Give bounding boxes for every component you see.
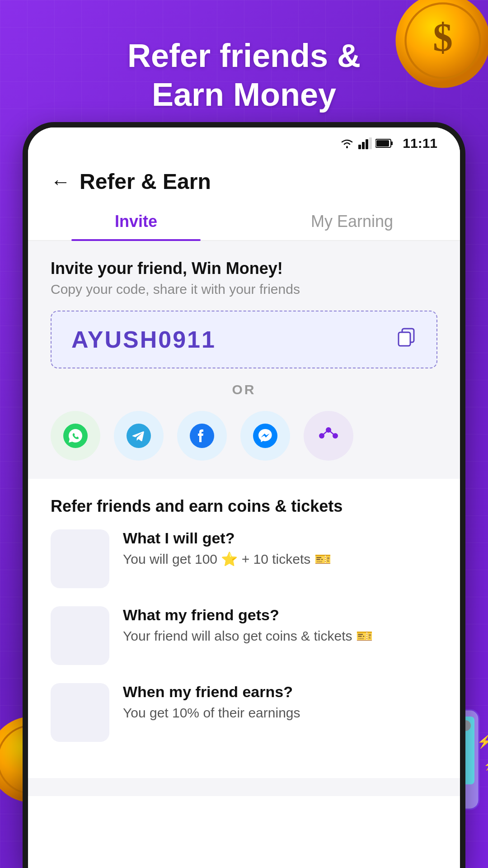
header-line2: Earn Money <box>0 75 488 114</box>
info-desc-3: You get 10% of their earnings <box>123 703 300 722</box>
tab-my-earning[interactable]: My Earning <box>244 203 460 240</box>
svg-text:⚡: ⚡ <box>483 759 488 771</box>
signal-icon <box>358 137 372 149</box>
info-desc-2: Your friend will also get coins & ticket… <box>123 627 373 646</box>
more-share-button[interactable] <box>304 411 353 461</box>
refer-heading: Refer friends and earn coins & tickets <box>51 497 437 516</box>
info-text-1: What I will get? You will get 100 ⭐ + 10… <box>123 529 331 569</box>
invite-heading: Invite your friend, Win Money! <box>51 259 437 278</box>
info-title-2: What my friend gets? <box>123 606 373 624</box>
svg-rect-25 <box>399 332 410 346</box>
svg-point-27 <box>127 424 151 448</box>
info-icon-3 <box>51 683 109 742</box>
messenger-share-button[interactable] <box>240 411 290 461</box>
status-time: 11:11 <box>403 136 437 151</box>
battery-icon <box>375 138 394 148</box>
share-buttons-row <box>51 411 437 461</box>
wifi-icon <box>339 137 355 149</box>
phone-frame: 11:11 ← Refer & Earn Invite My Earning I… <box>23 122 465 868</box>
copy-icon[interactable] <box>396 327 417 352</box>
svg-rect-23 <box>376 140 389 146</box>
svg-line-33 <box>322 430 328 436</box>
svg-rect-20 <box>369 137 372 149</box>
info-text-2: What my friend gets? Your friend will al… <box>123 606 373 646</box>
refer-section: Refer friends and earn coins & tickets W… <box>28 479 460 778</box>
app-title: Refer & Earn <box>80 169 211 194</box>
or-divider: OR <box>51 382 437 397</box>
page-header: Refer friends & Earn Money <box>0 36 488 114</box>
svg-line-34 <box>328 430 335 436</box>
info-title-1: What I will get? <box>123 529 331 547</box>
tab-invite[interactable]: Invite <box>28 203 244 240</box>
info-item-3: When my friend earns? You get 10% of the… <box>51 683 437 742</box>
info-desc-1: You will get 100 ⭐ + 10 tickets 🎫 <box>123 550 331 569</box>
app-content: 11:11 ← Refer & Earn Invite My Earning I… <box>28 127 460 868</box>
info-text-3: When my friend earns? You get 10% of the… <box>123 683 300 722</box>
phone-inner: 11:11 ← Refer & Earn Invite My Earning I… <box>28 127 460 868</box>
scroll-area: Invite your friend, Win Money! Copy your… <box>28 241 460 796</box>
telegram-share-button[interactable] <box>114 411 164 461</box>
svg-rect-22 <box>391 142 393 145</box>
invite-subtext: Copy your code, share it with your frien… <box>51 282 437 297</box>
info-icon-1 <box>51 529 109 588</box>
info-title-3: When my friend earns? <box>123 683 300 701</box>
svg-point-29 <box>253 424 277 448</box>
svg-text:⚡: ⚡ <box>477 734 488 749</box>
referral-code-box[interactable]: AYUSH0911 <box>51 311 437 368</box>
app-header: ← Refer & Earn <box>28 156 460 194</box>
facebook-share-button[interactable] <box>177 411 227 461</box>
svg-rect-18 <box>362 142 365 149</box>
svg-rect-19 <box>366 139 368 149</box>
header-line1: Refer friends & <box>0 36 488 75</box>
whatsapp-share-button[interactable] <box>51 411 100 461</box>
info-item-1: What I will get? You will get 100 ⭐ + 10… <box>51 529 437 588</box>
status-bar: 11:11 <box>28 127 460 156</box>
status-icons <box>339 137 394 149</box>
referral-code-text: AYUSH0911 <box>71 326 216 353</box>
info-icon-2 <box>51 606 109 665</box>
svg-rect-17 <box>358 145 361 149</box>
back-button[interactable]: ← <box>51 170 70 193</box>
svg-point-16 <box>346 146 348 148</box>
tabs-container: Invite My Earning <box>28 203 460 241</box>
info-item-2: What my friend gets? Your friend will al… <box>51 606 437 665</box>
